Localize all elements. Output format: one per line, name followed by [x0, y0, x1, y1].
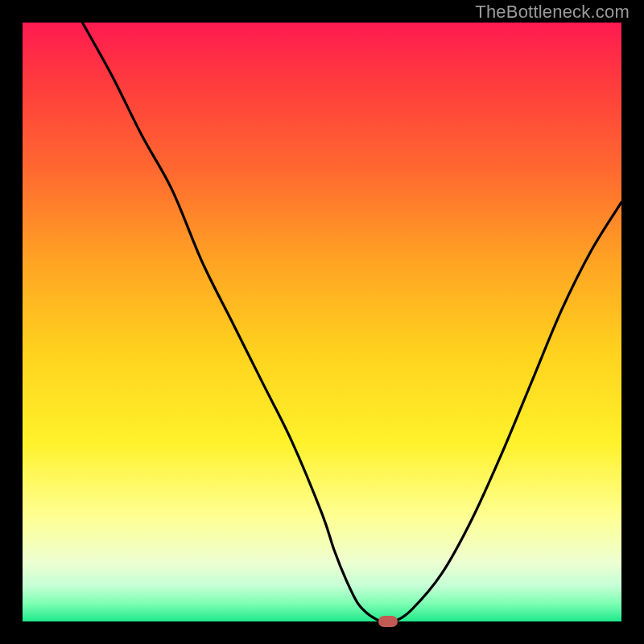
optimal-point-marker: [378, 616, 398, 627]
bottleneck-curve: [23, 23, 621, 621]
chart-frame: TheBottleneck.com: [0, 0, 644, 644]
watermark-text: TheBottleneck.com: [475, 2, 630, 23]
plot-area: [23, 23, 621, 621]
curve-path: [82, 23, 621, 622]
